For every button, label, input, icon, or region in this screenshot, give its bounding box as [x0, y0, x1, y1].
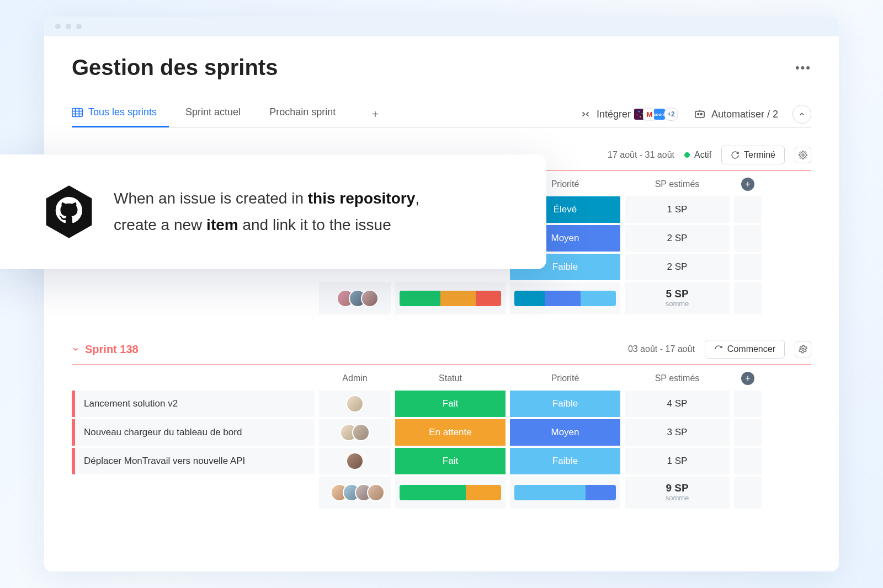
tabs-bar: Tous les sprints Sprint actuel Prochain … — [72, 101, 811, 128]
table-header: Admin Statut Priorité SP estimés + — [72, 366, 811, 391]
status-summary-bar — [395, 282, 506, 314]
start-button[interactable]: Commencer — [705, 340, 785, 359]
automate-label: Automatiser / 2 — [711, 109, 778, 120]
sprint-name: Sprint 138 — [85, 343, 139, 356]
chevron-down-icon — [72, 345, 79, 353]
sprint-status: Actif — [684, 150, 711, 160]
tab-current-sprint[interactable]: Sprint actuel — [185, 101, 253, 127]
svg-marker-11 — [46, 185, 92, 238]
svg-point-6 — [698, 114, 699, 115]
robot-icon — [694, 109, 706, 119]
integrations-more-count[interactable]: +2 — [664, 108, 678, 121]
table-row[interactable]: Nouveau chargeur du tableau de bordEn at… — [72, 419, 811, 446]
tab-label: Prochain sprint — [269, 106, 336, 118]
sprint-date-range: 03 août - 17 août — [628, 344, 695, 354]
add-column-button[interactable]: + — [741, 372, 754, 385]
integrate-label: Intégrer — [597, 109, 631, 120]
start-label: Commencer — [727, 344, 775, 354]
task-cell[interactable]: Déplacer MonTravail vers nouvelle API — [72, 448, 315, 474]
sprint-divider — [72, 364, 811, 365]
window-titlebar — [44, 17, 839, 36]
summary-row: 5 SPsomme — [72, 282, 811, 314]
automate-button[interactable]: Automatiser / 2 — [686, 105, 786, 124]
app-window: Gestion des sprints ••• Tous les sprints… — [44, 17, 839, 571]
priority-cell[interactable]: Moyen — [510, 419, 620, 446]
sprint-table: Admin Statut Priorité SP estimés + Lance… — [72, 366, 811, 509]
sp-cell[interactable]: 2 SP — [625, 254, 730, 280]
window-dot — [66, 24, 71, 29]
sprint-header: Sprint 138 03 août - 17 août Commencer — [72, 336, 811, 364]
gear-icon — [799, 345, 807, 354]
sp-cell[interactable]: 4 SP — [625, 391, 730, 417]
col-admin: Admin — [319, 373, 391, 383]
summary-avatars — [319, 282, 391, 314]
sprint-date-range: 17 août - 31 août — [608, 150, 674, 160]
table-row[interactable]: Lancement solution v2FaitFaible4 SP — [72, 391, 811, 417]
sp-cell[interactable]: 1 SP — [625, 448, 730, 474]
more-menu-button[interactable]: ••• — [795, 61, 811, 75]
github-icon — [44, 184, 94, 239]
sprint-group: Sprint 138 03 août - 17 août Commencer — [72, 336, 811, 509]
admin-cell[interactable] — [319, 448, 391, 474]
priority-summary-bar — [510, 477, 620, 509]
task-cell[interactable]: Nouveau chargeur du tableau de bord — [72, 419, 315, 446]
admin-cell[interactable] — [319, 419, 391, 446]
tab-label: Tous les sprints — [88, 106, 157, 118]
automation-description: When an issue is created in this reposit… — [114, 185, 419, 238]
col-sp: SP estimés — [625, 179, 730, 189]
add-tab-button[interactable]: + — [364, 103, 386, 126]
collapse-button[interactable] — [792, 105, 811, 124]
done-label: Terminé — [744, 150, 775, 160]
task-cell[interactable]: Lancement solution v2 — [72, 391, 315, 417]
sprint-title[interactable]: Sprint 138 — [72, 343, 139, 356]
status-summary-bar — [395, 477, 506, 509]
plug-icon — [580, 109, 591, 120]
status-cell[interactable]: Fait — [395, 448, 506, 474]
sp-cell[interactable]: 2 SP — [625, 225, 730, 252]
svg-point-7 — [700, 114, 702, 115]
sp-total: 9 SPsomme — [625, 477, 730, 509]
summary-row: 9 SPsomme — [72, 477, 811, 509]
svg-rect-5 — [695, 111, 704, 118]
sp-cell[interactable]: 3 SP — [625, 419, 730, 446]
integrate-button[interactable]: Intégrer M zoom +2 — [572, 104, 686, 124]
priority-cell[interactable]: Faible — [510, 448, 620, 474]
page-title: Gestion des sprints — [72, 55, 278, 80]
svg-rect-0 — [72, 108, 82, 116]
refresh-icon — [731, 151, 740, 159]
col-priority: Priorité — [510, 373, 620, 383]
svg-point-9 — [802, 154, 804, 156]
content-area: Gestion des sprints ••• Tous les sprints… — [44, 36, 839, 520]
done-button[interactable]: Terminé — [721, 146, 785, 164]
integration-icons: M zoom +2 — [636, 108, 678, 121]
chevron-up-icon — [798, 110, 806, 118]
sprint-settings-button[interactable] — [795, 341, 811, 357]
priority-cell[interactable]: Faible — [510, 391, 620, 417]
table-row[interactable]: Déplacer MonTravail vers nouvelle APIFai… — [72, 448, 811, 474]
tab-next-sprint[interactable]: Prochain sprint — [269, 101, 348, 127]
summary-avatars — [319, 477, 391, 509]
status-cell[interactable]: Fait — [395, 391, 506, 417]
gear-icon — [799, 151, 807, 159]
automation-overlay: When an issue is created in this reposit… — [0, 154, 546, 269]
table-icon — [72, 108, 83, 117]
priority-summary-bar — [510, 282, 620, 314]
window-dot — [76, 24, 82, 29]
col-status: Statut — [395, 373, 506, 383]
window-dot — [55, 24, 61, 29]
admin-cell[interactable] — [319, 391, 391, 417]
status-cell[interactable]: En attente — [395, 419, 506, 446]
refresh-icon — [714, 345, 723, 354]
sp-total: 5 SPsomme — [625, 282, 730, 314]
tab-all-sprints[interactable]: Tous les sprints — [72, 101, 169, 127]
svg-point-10 — [802, 348, 804, 350]
add-column-button[interactable]: + — [741, 178, 754, 191]
tab-label: Sprint actuel — [185, 106, 241, 118]
col-sp: SP estimés — [625, 373, 730, 383]
sp-cell[interactable]: 1 SP — [625, 196, 730, 223]
sprint-settings-button[interactable] — [795, 147, 811, 163]
